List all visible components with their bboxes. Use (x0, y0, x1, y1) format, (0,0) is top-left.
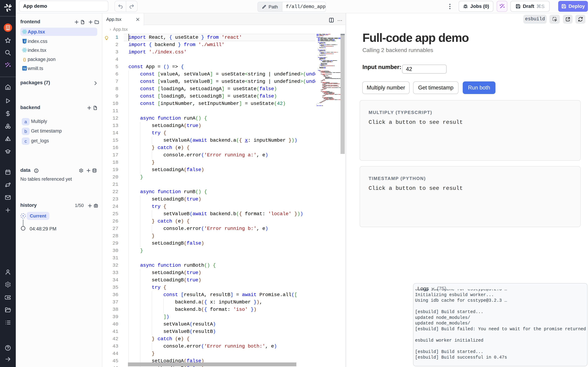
svg-text:TS: TS (23, 67, 26, 70)
svg-text:{}: {} (23, 57, 26, 62)
svg-text:3: 3 (24, 40, 25, 43)
